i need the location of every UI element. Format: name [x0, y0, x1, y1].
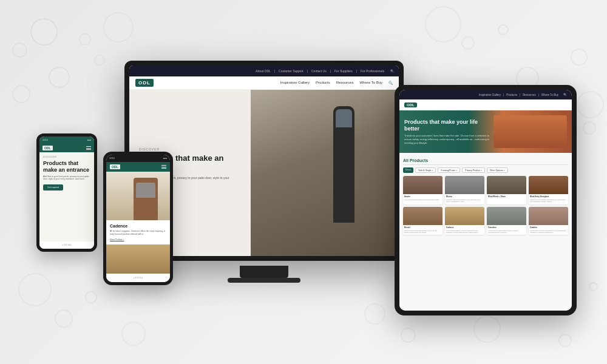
phone-left-device: 12:15 ●●● ODL DISCOVER Products that mak…: [36, 133, 97, 252]
top-link-contact[interactable]: Contact Us: [311, 69, 327, 73]
tablet-top-link-1[interactable]: Inspiration Gallery: [479, 93, 501, 96]
tablet-product-grid-row2: Bristol Bristol is self-sealing flooring…: [403, 207, 568, 235]
tablet-search-icon[interactable]: 🔍: [563, 93, 567, 96]
monitor-hero-image: [251, 90, 399, 256]
tablet-hero-image: [493, 115, 567, 148]
tablet-product-img-blink-entry: [529, 176, 568, 194]
tablet-navbar: ODL: [399, 99, 572, 110]
tablet-product-name-cadence: Cadence: [445, 225, 484, 230]
tablet-product-blink-glass[interactable]: Blink Blinds + Glass: [487, 176, 526, 204]
nav-link-inspiration[interactable]: Inspiration Gallery: [280, 81, 310, 85]
tablet-product-name-avante: Avante: [403, 194, 443, 199]
tablet-top-sep2: |: [520, 93, 520, 96]
monitor-nav-links: Inspiration Gallery Products Resources W…: [280, 81, 393, 85]
top-separator: |: [274, 69, 275, 73]
phone-left-signal: ● 4.00 GHz: [62, 244, 71, 246]
phone-right-battery: ●●●: [163, 157, 167, 160]
top-separator4: |: [356, 69, 357, 73]
phone-right-hero-image: [106, 172, 170, 220]
tablet-hero-subtext: Transform your customers' lives that mak…: [404, 134, 493, 144]
tablet-top-link-2[interactable]: Products: [506, 93, 517, 96]
bubble-2: [49, 67, 70, 88]
tablet-top-link-3[interactable]: Resources: [523, 93, 536, 96]
tablet-logo[interactable]: ODL: [404, 103, 417, 107]
phone-left-logo[interactable]: ODL: [42, 146, 53, 150]
monitor-search-icon[interactable]: 🔍: [388, 81, 393, 85]
tablet-product-img-blink-glass: [487, 176, 526, 194]
tablet-hero-heading: Products that make your life better: [404, 119, 493, 132]
hamburger-icon[interactable]: [86, 146, 91, 150]
tablet-product-name-blink-entry: Blink Entry Doorglass: [529, 194, 568, 199]
tablet-product-name-blink-glass: Blink Blinds + Glass: [487, 194, 526, 199]
phone-right-product-desc: All its name suggests, Cadence offers th…: [110, 230, 166, 236]
tablet-product-name-carrolton: Carrolton: [487, 225, 526, 230]
phone-right-hamburger-icon[interactable]: [161, 165, 166, 169]
phone-left-get-inspired-button[interactable]: Get Inspired: [43, 184, 63, 190]
tablet-filter-other[interactable]: Other Options >: [487, 167, 508, 173]
phone-right-product-section: Cadence All its name suggests, Cadence o…: [106, 220, 170, 244]
tablet-filter-row: Doors Side & Single > Framing/Protec > P…: [403, 167, 568, 173]
bubble-13: [583, 121, 596, 135]
monitor-navbar: ODL Inspiration Gallery Products Resourc…: [129, 76, 399, 90]
tablet-top-link-4[interactable]: Where To Buy: [541, 93, 558, 96]
phone-right-hamburger-line-3: [161, 168, 166, 169]
hamburger-line-2: [86, 148, 91, 149]
top-link-professionals[interactable]: For Professionals: [361, 69, 384, 73]
phone-left-subtext: Add flair to your front porch, privacy t…: [43, 175, 90, 181]
phone-left-screen: 12:15 ●●● ODL DISCOVER Products that mak…: [39, 136, 94, 249]
nav-link-resources[interactable]: Resources: [336, 81, 354, 85]
tablet-product-desc-catalina: Constructed of handcrafted maple in a Cl…: [529, 230, 568, 235]
phone-right-logo[interactable]: ODL: [110, 164, 120, 169]
tablet-filter-side[interactable]: Side & Single >: [415, 167, 436, 173]
nav-link-where[interactable]: Where To Buy: [359, 81, 382, 85]
tablet-product-bristol[interactable]: Bristol Bristol is self-sealing flooring…: [403, 207, 443, 235]
phone-right-time: 12:15: [109, 157, 115, 160]
hamburger-line-3: [86, 149, 91, 150]
phone-left-discover-label: DISCOVER: [43, 156, 90, 158]
top-link-suppliers[interactable]: For Suppliers: [334, 69, 353, 73]
bubble-23: [558, 334, 572, 347]
monitor-stand: [240, 266, 288, 278]
tablet-product-desc-blenco: Offering a high-style aesthetic. From th…: [445, 199, 484, 204]
phone-right-door-silhouette: [134, 178, 158, 220]
bubble-10: [498, 24, 509, 35]
phone-left-heading: Products that make an entrance: [43, 160, 90, 174]
search-icon[interactable]: 🔍: [390, 69, 394, 73]
tablet-product-img-bristol: [403, 207, 443, 225]
top-separator3: |: [330, 69, 331, 73]
tablet-product-desc-bristol: Bristol is self-sealing flooring with a …: [403, 230, 443, 235]
tablet-product-desc-cadence: All its name suggests, Cadence offers th…: [445, 230, 484, 235]
tablet-product-name-blenco: Blenco: [445, 194, 484, 199]
tablet-product-desc-avante: Our most attractive, durable finished pr…: [403, 199, 443, 202]
tablet-filter-privacy[interactable]: Privacy Product >: [462, 167, 485, 173]
bubble-5: [94, 55, 105, 66]
nav-link-products[interactable]: Products: [316, 81, 330, 85]
door-silhouette: [333, 106, 354, 223]
tablet-hero-text: Products that make your life better Tran…: [404, 115, 493, 148]
phone-right-view-product-link[interactable]: View Product >: [110, 238, 166, 241]
tablet-product-img-blenco: [445, 176, 484, 194]
hamburger-line-1: [86, 146, 91, 147]
tablet-product-blenco[interactable]: Blenco Offering a high-style aesthetic. …: [445, 176, 484, 204]
phone-right-device: 12:15 ●●● ODL Cadence All its name sugge…: [103, 152, 173, 285]
monitor-hero-img-inner: [251, 90, 399, 256]
tablet-filter-doors[interactable]: Doors: [403, 167, 413, 173]
top-link-about[interactable]: About ODL: [256, 69, 271, 73]
tablet-product-avante[interactable]: Avante Our most attractive, durable fini…: [403, 176, 443, 204]
top-link-support[interactable]: Customer Support: [279, 69, 304, 73]
monitor-top-bar: About ODL | Customer Support | Contact U…: [129, 66, 399, 76]
tablet-products-title: All Products: [403, 157, 568, 165]
bubble-19: [401, 328, 416, 343]
phone-right-navbar: ODL: [106, 162, 170, 172]
tablet-product-img-carrolton: [487, 207, 526, 225]
bubble-7: [425, 6, 461, 42]
tablet-product-carrolton[interactable]: Carrolton Constructed of handcrafted map…: [487, 207, 526, 235]
tablet-product-img-avante: [403, 176, 443, 194]
tablet-filter-framing[interactable]: Framing/Protec >: [438, 167, 460, 173]
phone-right-screen: 12:15 ●●● ODL Cadence All its name sugge…: [106, 155, 170, 282]
monitor-logo[interactable]: ODL: [135, 79, 154, 87]
tablet-product-cadence[interactable]: Cadence All its name suggests, Cadence o…: [445, 207, 484, 235]
tablet-product-blink-entry[interactable]: Blink Entry Doorglass Designed to be ins…: [529, 176, 568, 204]
tablet-product-catalina[interactable]: Catalina Constructed of handcrafted mapl…: [529, 207, 568, 235]
bubble-24: [589, 282, 598, 291]
